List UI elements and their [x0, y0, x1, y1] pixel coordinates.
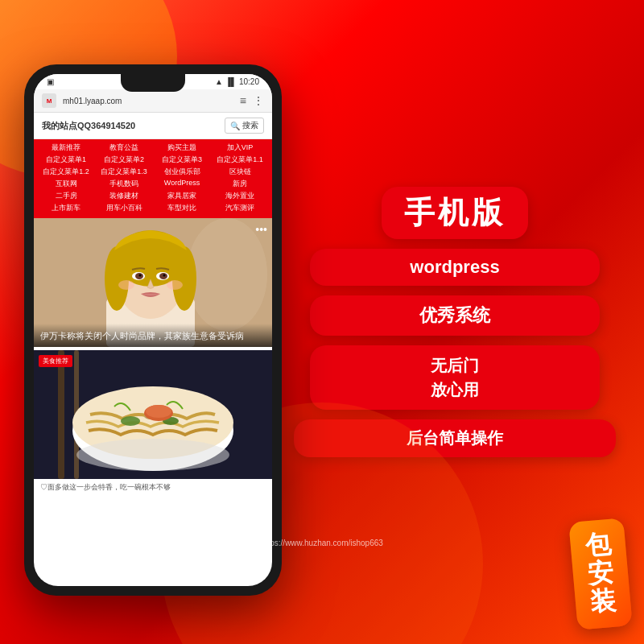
nav-item-5-3[interactable]: 家具居家	[155, 191, 209, 201]
nav-row-6: 上市新车 用车小百科 车型对比 汽车测评	[39, 203, 267, 213]
main-container: ▣ ▲ ▐▌ 10:20 M mh01.lyaap.com ≡ ⋮ 我的站点Q	[0, 0, 644, 644]
nav-item-3-1[interactable]: 自定义菜单1.2	[39, 167, 93, 177]
news-image-1: ••• 伊万卡称将关闭个人时尚品牌，其家族生意备受诉病	[34, 218, 272, 347]
phone-screen: ▣ ▲ ▐▌ 10:20 M mh01.lyaap.com ≡ ⋮ 我的站点Q	[34, 74, 272, 586]
nav-item-1-3[interactable]: 购买主题	[155, 142, 209, 153]
news-card-1[interactable]: ••• 伊万卡称将关闭个人时尚品牌，其家族生意备受诉病	[34, 218, 272, 347]
title-badge: 手机版	[382, 187, 528, 240]
news-image-2: 美食推荐	[34, 350, 272, 479]
svg-point-25	[146, 405, 171, 418]
browser-favicon: M	[42, 93, 56, 108]
news-overlay: 伊万卡称将关闭个人时尚品牌，其家族生意备受诉病	[34, 324, 272, 347]
nav-item-5-4[interactable]: 海外置业	[213, 191, 267, 201]
security-badge: 无后门 放心用	[310, 345, 600, 410]
news-title-1: 伊万卡称将关闭个人时尚品牌，其家族生意备受诉病	[40, 330, 266, 342]
wordpress-badge: wordpress	[310, 249, 600, 286]
system-label: 优秀系统	[329, 303, 580, 328]
nav-item-2-1[interactable]: 自定义菜单1	[39, 155, 93, 165]
nav-row-4: 互联网 手机数码 WordPress 新房	[39, 179, 267, 189]
title-text: 手机版	[404, 196, 506, 229]
nav-item-4-2[interactable]: 手机数码	[97, 179, 151, 189]
svg-point-14	[118, 280, 134, 290]
nav-row-1: 最新推荐 教育公益 购买主题 加入VIP	[39, 142, 267, 153]
browser-bar: M mh01.lyaap.com ≡ ⋮	[34, 89, 272, 113]
system-badge: 优秀系统	[310, 295, 600, 336]
wordpress-label: wordpress	[329, 257, 580, 278]
nav-item-2-4[interactable]: 自定义菜单1.1	[213, 155, 267, 165]
package-badge: 包 安 装	[568, 518, 632, 630]
nav-item-6-3[interactable]: 车型对比	[155, 203, 209, 213]
security-line1: 无后门	[329, 353, 580, 378]
wifi-icon: ▲	[215, 77, 223, 86]
svg-point-21	[121, 416, 140, 426]
sim-icon: ▣	[47, 77, 54, 86]
nav-item-6-2[interactable]: 用车小百科	[97, 203, 151, 213]
nav-row-2: 自定义菜单1 自定义菜单2 自定义菜单3 自定义菜单1.1	[39, 155, 267, 165]
news-card-2[interactable]: 美食推荐 ♡面多做这一步会特香，吃一碗根本不够	[34, 350, 272, 496]
package-text: 包 安 装	[584, 530, 617, 617]
svg-point-7	[172, 246, 196, 311]
nav-item-1-2[interactable]: 教育公益	[97, 142, 151, 153]
search-button[interactable]: 🔍 搜索	[225, 118, 264, 134]
signal-icon: ▐▌	[225, 77, 237, 86]
nav-item-6-4[interactable]: 汽车测评	[213, 203, 267, 213]
nav-item-6-1[interactable]: 上市新车	[39, 203, 93, 213]
site-title: 我的站点QQ364914520	[42, 120, 135, 132]
svg-point-15	[167, 280, 183, 290]
nav-item-3-2[interactable]: 自定义菜单1.3	[97, 167, 151, 177]
browser-url[interactable]: mh01.lyaap.com	[63, 97, 233, 105]
browser-more-icon[interactable]: ⋮	[253, 94, 264, 107]
nav-item-4-1[interactable]: 互联网	[39, 179, 93, 189]
nav-item-1-1[interactable]: 最新推荐	[39, 142, 93, 153]
news-more-icon[interactable]: •••	[255, 223, 267, 236]
nav-item-5-2[interactable]: 装修建材	[97, 191, 151, 201]
food-svg	[34, 350, 272, 479]
nav-item-2-3[interactable]: 自定义菜单3	[155, 155, 209, 165]
svg-point-12	[139, 275, 142, 277]
search-icon: 🔍	[230, 122, 240, 130]
nav-item-4-3[interactable]: WordPress	[155, 179, 209, 189]
svg-point-26	[76, 439, 229, 471]
browser-menu-icon[interactable]: ≡	[240, 94, 246, 107]
time-display: 10:20	[239, 77, 259, 86]
nav-item-2-2[interactable]: 自定义菜单2	[97, 155, 151, 165]
nav-item-5-1[interactable]: 二手房	[39, 191, 93, 201]
food-caption: ♡面多做这一步会特香，吃一碗根本不够	[34, 479, 272, 496]
status-bar-right: ▲ ▐▌ 10:20	[215, 77, 259, 86]
nav-item-3-3[interactable]: 创业俱乐部	[155, 167, 209, 177]
nav-row-5: 二手房 装修建材 家具居家 海外置业	[39, 191, 267, 201]
search-label: 搜索	[242, 120, 258, 131]
watermark: https://www.huzhan.com/ishop663	[261, 539, 383, 547]
nav-item-3-4[interactable]: 区块链	[213, 167, 267, 177]
nav-item-4-4[interactable]: 新房	[213, 179, 267, 189]
website-header: 我的站点QQ364914520 🔍 搜索	[34, 113, 272, 139]
nav-menu: 最新推荐 教育公益 购买主题 加入VIP 自定义菜单1 自定义菜单2 自定义菜单…	[34, 139, 272, 218]
svg-rect-17	[58, 350, 64, 479]
phone-mockup: ▣ ▲ ▐▌ 10:20 M mh01.lyaap.com ≡ ⋮ 我的站点Q	[24, 64, 282, 596]
phone-notch	[121, 74, 185, 92]
svg-point-13	[163, 275, 166, 277]
nav-item-1-4[interactable]: 加入VIP	[213, 142, 267, 153]
nav-row-3: 自定义菜单1.2 自定义菜单1.3 创业俱乐部 区块链	[39, 167, 267, 177]
status-bar-left: ▣	[47, 77, 54, 86]
svg-point-6	[105, 246, 129, 311]
security-line2: 放心用	[329, 378, 580, 402]
food-tag: 美食推荐	[39, 355, 72, 367]
